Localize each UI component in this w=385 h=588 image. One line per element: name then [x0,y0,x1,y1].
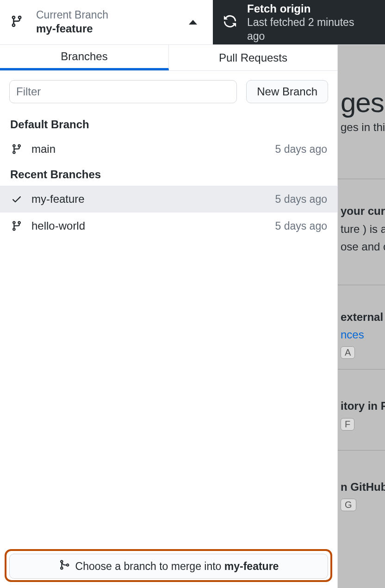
merge-icon [59,559,70,573]
branch-item-main[interactable]: main 5 days ago [0,136,337,163]
merge-into-button[interactable]: Choose a branch to merge into my-feature [9,554,328,579]
background-obscured: ges ges in this your curr ture ) is a os… [338,45,385,588]
branch-time: 5 days ago [275,193,327,206]
branch-time: 5 days ago [275,143,327,156]
sync-icon [223,14,237,30]
branch-icon [10,144,23,155]
default-branch-header: Default Branch [0,113,337,136]
fetch-origin-button[interactable]: Fetch origin Last fetched 2 minutes ago [213,0,385,44]
fetch-title: Fetch origin [247,1,375,16]
branch-icon [10,14,23,30]
current-branch-name: my-feature [36,21,189,36]
branch-item-hello-world[interactable]: hello-world 5 days ago [0,213,337,239]
branch-name: main [31,143,275,156]
branch-icon [10,220,23,231]
merge-button-label: Choose a branch to merge into my-feature [75,560,279,573]
current-branch-label: Current Branch [36,9,189,22]
tabs: Branches Pull Requests [0,45,337,71]
branch-name: my-feature [31,193,275,206]
fetch-subtitle: Last fetched 2 minutes ago [247,16,375,44]
check-icon [10,194,23,205]
new-branch-button[interactable]: New Branch [246,80,328,103]
branch-time: 5 days ago [275,220,327,232]
tab-pull-requests[interactable]: Pull Requests [169,45,337,70]
branch-name: hello-world [31,219,275,232]
recent-branches-header: Recent Branches [0,163,337,186]
fetch-info: Fetch origin Last fetched 2 minutes ago [247,1,375,44]
filter-input[interactable] [9,80,237,103]
branch-dropdown-panel: Branches Pull Requests New Branch Defaul… [0,45,338,588]
branch-info: Current Branch my-feature [36,9,189,36]
current-branch-dropdown[interactable]: Current Branch my-feature [0,0,213,44]
caret-up-icon [189,20,197,25]
branch-item-my-feature[interactable]: my-feature 5 days ago [0,186,337,213]
tab-branches[interactable]: Branches [0,45,169,70]
